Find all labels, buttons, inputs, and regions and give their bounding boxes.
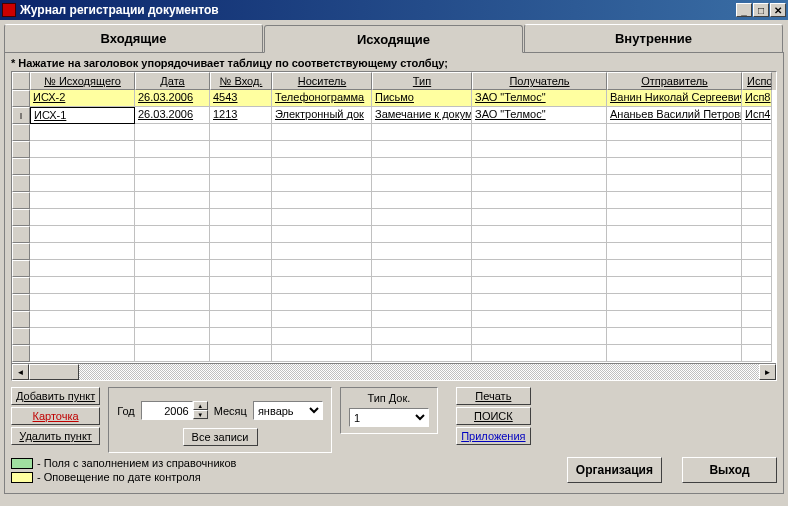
grid-body: ИСХ-2 26.03.2006 4543 Телефонограмма Пис… (12, 90, 776, 363)
all-records-button[interactable]: Все записи (183, 428, 258, 446)
header-marker (12, 72, 30, 90)
tab-outgoing[interactable]: Исходящие (264, 25, 523, 53)
add-button[interactable]: Добавить пункт (11, 387, 100, 405)
month-select[interactable]: январь (253, 401, 323, 420)
maximize-button[interactable]: □ (753, 3, 769, 17)
header-exec[interactable]: Испо (742, 72, 772, 90)
row-marker-edit-icon: I (12, 107, 30, 124)
doctype-select[interactable]: 1 (349, 408, 429, 427)
scroll-track[interactable] (79, 364, 759, 380)
title-bar: Журнал регистрации документов _ □ ✕ (0, 0, 788, 20)
cell-type[interactable]: Письмо (372, 90, 472, 107)
table-row[interactable]: ИСХ-2 26.03.2006 4543 Телефонограмма Пис… (12, 90, 776, 107)
cell-recipient[interactable]: ЗАО "Телмос" (472, 107, 607, 124)
cell-exec[interactable]: Исп8 (742, 90, 772, 107)
cell-date[interactable]: 26.03.2006 (135, 107, 210, 124)
legend: - Поля с заполнением из справочников - О… (11, 453, 567, 487)
legend-yellow-text: - Оповещение по дате контроля (37, 471, 201, 483)
header-type[interactable]: Тип (372, 72, 472, 90)
minimize-button[interactable]: _ (736, 3, 752, 17)
table-row[interactable]: I ИСХ-1 26.03.2006 1213 Электронный док … (12, 107, 776, 124)
legend-swatch-yellow (11, 472, 33, 483)
cell-outno[interactable]: ИСХ-2 (30, 90, 135, 107)
cell-exec[interactable]: Исп4 (742, 107, 772, 124)
remove-button[interactable]: Удалить пункт (11, 427, 100, 445)
table-row-empty (12, 328, 776, 345)
organization-button[interactable]: Организация (567, 457, 662, 483)
header-date[interactable]: Дата (135, 72, 210, 90)
table-row-empty (12, 345, 776, 362)
scroll-thumb[interactable] (29, 364, 79, 380)
row-marker-icon (12, 90, 30, 107)
month-label: Месяц (214, 405, 247, 417)
print-button[interactable]: Печать (456, 387, 531, 405)
table-row-empty (12, 277, 776, 294)
doctype-group: Тип Док. 1 (340, 387, 438, 434)
cell-outno[interactable]: ИСХ-1 (30, 107, 135, 124)
scroll-right-icon[interactable]: ► (759, 364, 776, 380)
year-month-group: Год ▲ ▼ Месяц январь Все записи (108, 387, 332, 453)
cell-recipient[interactable]: ЗАО "Телмос" (472, 90, 607, 107)
header-inno[interactable]: № Вход. (210, 72, 272, 90)
cell-carrier[interactable]: Телефонограмма (272, 90, 372, 107)
year-spinner[interactable]: ▲ ▼ (141, 401, 208, 420)
tab-bar: Входящие Исходящие Внутренние (4, 24, 784, 52)
cell-inno[interactable]: 4543 (210, 90, 272, 107)
spin-up-icon[interactable]: ▲ (193, 401, 208, 410)
table-row-empty (12, 243, 776, 260)
table-row-empty (12, 141, 776, 158)
search-button[interactable]: ПОИСК (456, 407, 531, 425)
legend-swatch-green (11, 458, 33, 469)
cell-inno[interactable]: 1213 (210, 107, 272, 124)
table-row-empty (12, 175, 776, 192)
tab-incoming[interactable]: Входящие (4, 24, 263, 52)
app-icon (2, 3, 16, 17)
cell-sender[interactable]: Ванин Николай Сергеевич (607, 90, 742, 107)
table-row-empty (12, 192, 776, 209)
window-title: Журнал регистрации документов (20, 3, 736, 17)
table-row-empty (12, 294, 776, 311)
table-row-empty (12, 124, 776, 141)
attachments-button[interactable]: Приложения (456, 427, 531, 445)
scroll-left-icon[interactable]: ◄ (12, 364, 29, 380)
header-recipient[interactable]: Получатель (472, 72, 607, 90)
cell-carrier[interactable]: Электронный док (272, 107, 372, 124)
data-grid: № Исходящего Дата № Вход. Носитель Тип П… (11, 71, 777, 381)
cell-date[interactable]: 26.03.2006 (135, 90, 210, 107)
main-panel: * Нажатие на заголовок упорядочивает таб… (4, 52, 784, 494)
horizontal-scrollbar[interactable]: ◄ ► (12, 363, 776, 380)
table-row-empty (12, 158, 776, 175)
cell-type[interactable]: Замечание к докум (372, 107, 472, 124)
controls-row: Добавить пункт Карточка Удалить пункт Го… (11, 381, 777, 453)
table-row-empty (12, 226, 776, 243)
year-label: Год (117, 405, 135, 417)
header-sender[interactable]: Отправитель (607, 72, 742, 90)
header-outno[interactable]: № Исходящего (30, 72, 135, 90)
cell-sender[interactable]: Ананьев Василий Петрови (607, 107, 742, 124)
card-button[interactable]: Карточка (11, 407, 100, 425)
doctype-label: Тип Док. (367, 392, 410, 404)
sort-hint: * Нажатие на заголовок упорядочивает таб… (11, 55, 777, 71)
bottom-row: - Поля с заполнением из справочников - О… (11, 453, 777, 487)
table-row-empty (12, 209, 776, 226)
table-row-empty (12, 260, 776, 277)
year-input[interactable] (141, 401, 193, 420)
table-row-empty (12, 311, 776, 328)
tab-internal[interactable]: Внутренние (524, 24, 783, 52)
header-carrier[interactable]: Носитель (272, 72, 372, 90)
close-button[interactable]: ✕ (770, 3, 786, 17)
spin-down-icon[interactable]: ▼ (193, 410, 208, 419)
grid-header: № Исходящего Дата № Вход. Носитель Тип П… (12, 72, 776, 90)
exit-button[interactable]: Выход (682, 457, 777, 483)
legend-green-text: - Поля с заполнением из справочников (37, 457, 236, 469)
